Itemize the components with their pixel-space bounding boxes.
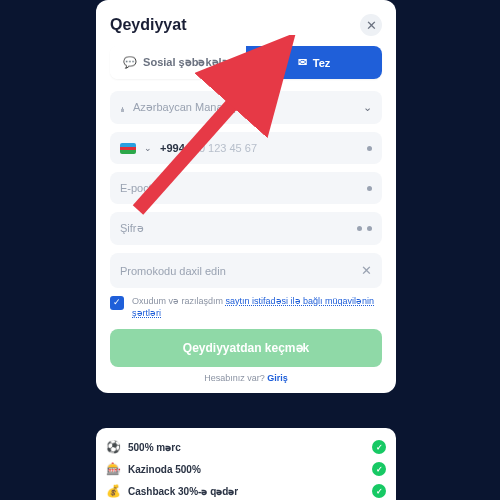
- phone-placeholder: 40 123 45 67: [193, 142, 257, 154]
- bonus-card: ⚽ 500% mərc ✓ 🎰 Kazinoda 500% ✓ 💰 Cashba…: [96, 428, 396, 500]
- tab-social-label: Sosial şəbəkələr: [143, 56, 233, 69]
- terms-row: ✓ Oxudum və razılaşdım saytın istifadəsi…: [110, 296, 382, 319]
- flag-icon: [120, 143, 136, 154]
- registration-modal: Qeydiyyat ✕ 💬 Sosial şəbəkələr ✉ Tez ₼ A…: [96, 0, 396, 393]
- bonus-item[interactable]: 💰 Cashback 30%-ə qədər ✓: [106, 480, 386, 500]
- chat-icon: 💬: [123, 56, 137, 69]
- chevron-down-icon: ⌄: [363, 101, 372, 114]
- modal-title: Qeydiyyat: [110, 16, 186, 34]
- email-input[interactable]: E-poçt: [110, 172, 382, 204]
- eye-icon[interactable]: [357, 226, 362, 231]
- bonus-label: 500% mərc: [128, 442, 181, 453]
- bonus-item[interactable]: 🎰 Kazinoda 500% ✓: [106, 458, 386, 480]
- cashback-icon: 💰: [106, 484, 120, 498]
- tab-quick[interactable]: ✉ Tez: [246, 46, 382, 79]
- sport-icon: ⚽: [106, 440, 120, 454]
- password-placeholder: Şifrə: [120, 222, 144, 235]
- promo-input[interactable]: Promokodu daxil edin ✕: [110, 253, 382, 288]
- phone-prefix: +994: [160, 142, 185, 154]
- submit-button[interactable]: Qeydiyyatdan keçmək: [110, 329, 382, 367]
- check-icon: ✓: [372, 484, 386, 498]
- password-input[interactable]: Şifrə: [110, 212, 382, 245]
- bonus-label: Cashback 30%-ə qədər: [128, 486, 238, 497]
- terms-text: Oxudum və razılaşdım saytın istifadəsi i…: [132, 296, 382, 319]
- mail-icon: ✉: [298, 56, 307, 69]
- close-icon[interactable]: ✕: [360, 14, 382, 36]
- email-placeholder: E-poçt: [120, 182, 152, 194]
- currency-select[interactable]: ₼ Azərbaycan Manatı (AZN) ⌄: [110, 91, 382, 124]
- field-indicator-icon: [367, 146, 372, 151]
- tab-quick-label: Tez: [313, 57, 331, 69]
- login-prompt: Hesabınız var? Giriş: [110, 373, 382, 383]
- login-link[interactable]: Giriş: [267, 373, 288, 383]
- currency-icon: ₼: [120, 102, 125, 114]
- clear-icon[interactable]: ✕: [361, 263, 372, 278]
- promo-placeholder: Promokodu daxil edin: [120, 265, 226, 277]
- terms-checkbox[interactable]: ✓: [110, 296, 124, 310]
- check-icon: ✓: [372, 440, 386, 454]
- casino-icon: 🎰: [106, 462, 120, 476]
- chevron-down-icon: ⌄: [144, 143, 152, 153]
- modal-header: Qeydiyyat ✕: [110, 14, 382, 36]
- phone-input[interactable]: ⌄ +994 40 123 45 67: [110, 132, 382, 164]
- registration-tabs: 💬 Sosial şəbəkələr ✉ Tez: [110, 46, 382, 79]
- check-icon: ✓: [372, 462, 386, 476]
- bonus-label: Kazinoda 500%: [128, 464, 201, 475]
- field-indicator-icon: [367, 226, 372, 231]
- bonus-item[interactable]: ⚽ 500% mərc ✓: [106, 436, 386, 458]
- currency-label: Azərbaycan Manatı (AZN): [133, 101, 261, 114]
- tab-social[interactable]: 💬 Sosial şəbəkələr: [110, 46, 246, 79]
- field-indicator-icon: [367, 186, 372, 191]
